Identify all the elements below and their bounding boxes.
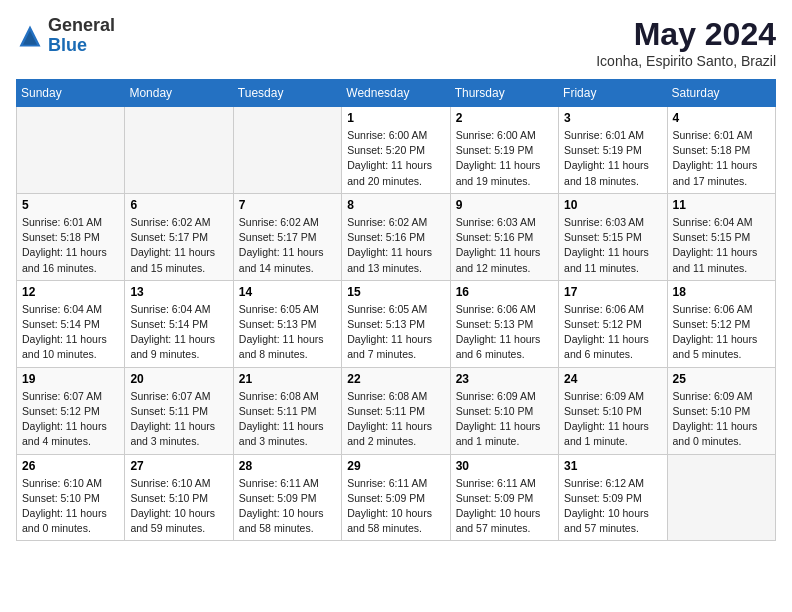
day-number: 12	[22, 285, 119, 299]
day-info: Sunrise: 6:11 AM Sunset: 5:09 PM Dayligh…	[347, 476, 444, 537]
day-number: 24	[564, 372, 661, 386]
calendar-cell: 18Sunrise: 6:06 AM Sunset: 5:12 PM Dayli…	[667, 280, 775, 367]
calendar-cell	[233, 107, 341, 194]
day-info: Sunrise: 6:00 AM Sunset: 5:20 PM Dayligh…	[347, 128, 444, 189]
day-number: 16	[456, 285, 553, 299]
calendar-cell: 16Sunrise: 6:06 AM Sunset: 5:13 PM Dayli…	[450, 280, 558, 367]
day-number: 9	[456, 198, 553, 212]
calendar-cell: 21Sunrise: 6:08 AM Sunset: 5:11 PM Dayli…	[233, 367, 341, 454]
logo-blue: Blue	[48, 35, 87, 55]
calendar-cell: 30Sunrise: 6:11 AM Sunset: 5:09 PM Dayli…	[450, 454, 558, 541]
day-info: Sunrise: 6:01 AM Sunset: 5:18 PM Dayligh…	[22, 215, 119, 276]
day-number: 1	[347, 111, 444, 125]
day-info: Sunrise: 6:06 AM Sunset: 5:12 PM Dayligh…	[673, 302, 770, 363]
calendar-cell: 8Sunrise: 6:02 AM Sunset: 5:16 PM Daylig…	[342, 193, 450, 280]
calendar-cell: 17Sunrise: 6:06 AM Sunset: 5:12 PM Dayli…	[559, 280, 667, 367]
day-number: 30	[456, 459, 553, 473]
day-info: Sunrise: 6:07 AM Sunset: 5:11 PM Dayligh…	[130, 389, 227, 450]
day-info: Sunrise: 6:08 AM Sunset: 5:11 PM Dayligh…	[347, 389, 444, 450]
calendar-week-row: 1Sunrise: 6:00 AM Sunset: 5:20 PM Daylig…	[17, 107, 776, 194]
calendar-cell: 22Sunrise: 6:08 AM Sunset: 5:11 PM Dayli…	[342, 367, 450, 454]
calendar-cell	[17, 107, 125, 194]
day-info: Sunrise: 6:03 AM Sunset: 5:15 PM Dayligh…	[564, 215, 661, 276]
calendar-cell: 10Sunrise: 6:03 AM Sunset: 5:15 PM Dayli…	[559, 193, 667, 280]
weekday-header: Sunday	[17, 80, 125, 107]
day-number: 29	[347, 459, 444, 473]
day-info: Sunrise: 6:02 AM Sunset: 5:17 PM Dayligh…	[239, 215, 336, 276]
calendar-cell: 31Sunrise: 6:12 AM Sunset: 5:09 PM Dayli…	[559, 454, 667, 541]
day-info: Sunrise: 6:04 AM Sunset: 5:15 PM Dayligh…	[673, 215, 770, 276]
calendar-cell: 7Sunrise: 6:02 AM Sunset: 5:17 PM Daylig…	[233, 193, 341, 280]
day-number: 19	[22, 372, 119, 386]
day-number: 6	[130, 198, 227, 212]
day-number: 17	[564, 285, 661, 299]
calendar-cell: 3Sunrise: 6:01 AM Sunset: 5:19 PM Daylig…	[559, 107, 667, 194]
day-info: Sunrise: 6:06 AM Sunset: 5:13 PM Dayligh…	[456, 302, 553, 363]
day-info: Sunrise: 6:04 AM Sunset: 5:14 PM Dayligh…	[130, 302, 227, 363]
weekday-header: Wednesday	[342, 80, 450, 107]
day-info: Sunrise: 6:11 AM Sunset: 5:09 PM Dayligh…	[456, 476, 553, 537]
calendar-cell: 9Sunrise: 6:03 AM Sunset: 5:16 PM Daylig…	[450, 193, 558, 280]
title-block: May 2024 Iconha, Espirito Santo, Brazil	[596, 16, 776, 69]
calendar-cell: 13Sunrise: 6:04 AM Sunset: 5:14 PM Dayli…	[125, 280, 233, 367]
calendar-cell: 15Sunrise: 6:05 AM Sunset: 5:13 PM Dayli…	[342, 280, 450, 367]
day-info: Sunrise: 6:09 AM Sunset: 5:10 PM Dayligh…	[456, 389, 553, 450]
calendar-week-row: 26Sunrise: 6:10 AM Sunset: 5:10 PM Dayli…	[17, 454, 776, 541]
logo-general: General	[48, 15, 115, 35]
calendar-cell: 27Sunrise: 6:10 AM Sunset: 5:10 PM Dayli…	[125, 454, 233, 541]
calendar-cell: 20Sunrise: 6:07 AM Sunset: 5:11 PM Dayli…	[125, 367, 233, 454]
calendar-cell: 28Sunrise: 6:11 AM Sunset: 5:09 PM Dayli…	[233, 454, 341, 541]
day-number: 31	[564, 459, 661, 473]
day-info: Sunrise: 6:07 AM Sunset: 5:12 PM Dayligh…	[22, 389, 119, 450]
day-info: Sunrise: 6:01 AM Sunset: 5:19 PM Dayligh…	[564, 128, 661, 189]
day-info: Sunrise: 6:08 AM Sunset: 5:11 PM Dayligh…	[239, 389, 336, 450]
day-number: 8	[347, 198, 444, 212]
calendar-cell: 4Sunrise: 6:01 AM Sunset: 5:18 PM Daylig…	[667, 107, 775, 194]
day-info: Sunrise: 6:02 AM Sunset: 5:17 PM Dayligh…	[130, 215, 227, 276]
weekday-header: Tuesday	[233, 80, 341, 107]
calendar-cell: 26Sunrise: 6:10 AM Sunset: 5:10 PM Dayli…	[17, 454, 125, 541]
day-info: Sunrise: 6:03 AM Sunset: 5:16 PM Dayligh…	[456, 215, 553, 276]
day-info: Sunrise: 6:01 AM Sunset: 5:18 PM Dayligh…	[673, 128, 770, 189]
day-number: 21	[239, 372, 336, 386]
weekday-header: Thursday	[450, 80, 558, 107]
calendar-cell: 23Sunrise: 6:09 AM Sunset: 5:10 PM Dayli…	[450, 367, 558, 454]
calendar-cell	[125, 107, 233, 194]
day-info: Sunrise: 6:12 AM Sunset: 5:09 PM Dayligh…	[564, 476, 661, 537]
day-info: Sunrise: 6:05 AM Sunset: 5:13 PM Dayligh…	[347, 302, 444, 363]
calendar-cell: 29Sunrise: 6:11 AM Sunset: 5:09 PM Dayli…	[342, 454, 450, 541]
calendar-cell: 5Sunrise: 6:01 AM Sunset: 5:18 PM Daylig…	[17, 193, 125, 280]
calendar-week-row: 12Sunrise: 6:04 AM Sunset: 5:14 PM Dayli…	[17, 280, 776, 367]
logo-icon	[16, 22, 44, 50]
day-info: Sunrise: 6:10 AM Sunset: 5:10 PM Dayligh…	[22, 476, 119, 537]
day-number: 5	[22, 198, 119, 212]
day-number: 4	[673, 111, 770, 125]
calendar-cell: 2Sunrise: 6:00 AM Sunset: 5:19 PM Daylig…	[450, 107, 558, 194]
day-info: Sunrise: 6:09 AM Sunset: 5:10 PM Dayligh…	[673, 389, 770, 450]
calendar-cell: 25Sunrise: 6:09 AM Sunset: 5:10 PM Dayli…	[667, 367, 775, 454]
calendar-cell: 19Sunrise: 6:07 AM Sunset: 5:12 PM Dayli…	[17, 367, 125, 454]
day-number: 3	[564, 111, 661, 125]
page-header: General Blue May 2024 Iconha, Espirito S…	[16, 16, 776, 69]
day-info: Sunrise: 6:09 AM Sunset: 5:10 PM Dayligh…	[564, 389, 661, 450]
logo-text: General Blue	[48, 16, 115, 56]
day-info: Sunrise: 6:10 AM Sunset: 5:10 PM Dayligh…	[130, 476, 227, 537]
location: Iconha, Espirito Santo, Brazil	[596, 53, 776, 69]
day-number: 20	[130, 372, 227, 386]
calendar-cell: 11Sunrise: 6:04 AM Sunset: 5:15 PM Dayli…	[667, 193, 775, 280]
day-number: 23	[456, 372, 553, 386]
calendar-table: SundayMondayTuesdayWednesdayThursdayFrid…	[16, 79, 776, 541]
calendar-header-row: SundayMondayTuesdayWednesdayThursdayFrid…	[17, 80, 776, 107]
calendar-week-row: 19Sunrise: 6:07 AM Sunset: 5:12 PM Dayli…	[17, 367, 776, 454]
day-number: 13	[130, 285, 227, 299]
day-number: 15	[347, 285, 444, 299]
day-number: 2	[456, 111, 553, 125]
calendar-cell: 1Sunrise: 6:00 AM Sunset: 5:20 PM Daylig…	[342, 107, 450, 194]
day-number: 14	[239, 285, 336, 299]
day-number: 26	[22, 459, 119, 473]
calendar-cell: 6Sunrise: 6:02 AM Sunset: 5:17 PM Daylig…	[125, 193, 233, 280]
day-number: 11	[673, 198, 770, 212]
day-info: Sunrise: 6:06 AM Sunset: 5:12 PM Dayligh…	[564, 302, 661, 363]
day-number: 28	[239, 459, 336, 473]
day-info: Sunrise: 6:02 AM Sunset: 5:16 PM Dayligh…	[347, 215, 444, 276]
